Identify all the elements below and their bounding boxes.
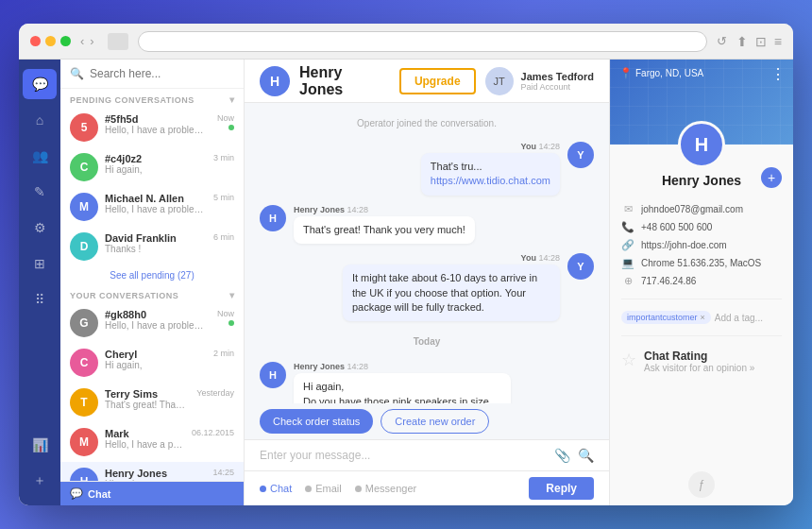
sidebar-icon-add[interactable]: ＋ bbox=[23, 466, 57, 496]
chat-tab-bottom[interactable]: 💬 Chat bbox=[60, 481, 244, 505]
conv-time: Now bbox=[217, 309, 234, 318]
conv-item-pending-1[interactable]: 5 #5fh5d Hello, I have a problem with my… bbox=[60, 108, 244, 147]
bookmark-icon[interactable]: ⊡ bbox=[755, 34, 767, 49]
search-input[interactable] bbox=[90, 67, 234, 80]
conv-item-pending-2[interactable]: C #c4j0z2 Hi again, 3 min bbox=[60, 147, 244, 187]
browser-bar: ‹ › ↺ ⬆ ⊡ ≡ bbox=[19, 24, 793, 60]
back-btn[interactable]: ‹ bbox=[80, 34, 84, 48]
conv-item-pending-3[interactable]: M Michael N. Allen Hello, I have a probl… bbox=[60, 187, 244, 227]
tab-email[interactable]: Email bbox=[305, 483, 342, 494]
home-icon: ⌂ bbox=[36, 112, 43, 128]
status-badge bbox=[228, 320, 234, 326]
see-all-pending[interactable]: See all pending (27) bbox=[60, 266, 244, 284]
message-meta: Henry Jones 14:28 bbox=[294, 362, 511, 371]
menu-icon[interactable]: ≡ bbox=[774, 34, 782, 49]
message-avatar: Y bbox=[567, 142, 594, 168]
conv-meta: 5 min bbox=[213, 193, 234, 202]
avatar: D bbox=[70, 232, 98, 261]
panel-menu-button[interactable]: ⋮ bbox=[770, 65, 786, 83]
sidebar-icon-home[interactable]: ⌂ bbox=[23, 105, 57, 135]
conv-time: 14:25 bbox=[212, 468, 234, 477]
dot-red[interactable] bbox=[30, 36, 41, 46]
search-in-chat-icon[interactable]: 🔍 bbox=[578, 448, 594, 463]
tag-close-icon[interactable]: × bbox=[701, 313, 705, 322]
dot-yellow[interactable] bbox=[45, 36, 56, 46]
ip-value: 717.46.24.86 bbox=[641, 276, 696, 286]
message-avatar: Y bbox=[567, 253, 594, 280]
contact-detail-browser: 💻 Chrome 51.636.235, MacOS bbox=[621, 257, 782, 269]
share-icon[interactable]: ⬆ bbox=[736, 34, 748, 49]
message-link[interactable]: https://www.tidio.chat.com bbox=[431, 175, 550, 186]
suggested-actions: Check order status Create new order bbox=[245, 403, 609, 439]
conv-item-your-3[interactable]: T Terry Sims That's great! Thank you ver… bbox=[60, 383, 244, 422]
conv-meta: Now bbox=[217, 309, 234, 326]
footer-icon[interactable]: ƒ bbox=[688, 471, 715, 498]
divider-1 bbox=[621, 299, 782, 299]
add-contact-button[interactable]: + bbox=[761, 167, 782, 188]
sidebar-icon-chart[interactable]: 📊 bbox=[23, 430, 57, 460]
conv-name: Terry Sims bbox=[105, 388, 190, 400]
avatar: 5 bbox=[70, 113, 98, 142]
location-text: Fargo, ND, USA bbox=[635, 68, 703, 78]
browser-tab[interactable] bbox=[108, 33, 128, 50]
sidebar-icon-settings[interactable]: ⚙ bbox=[23, 213, 57, 243]
sidebar-icon-sliders[interactable]: ⊞ bbox=[23, 248, 57, 279]
conv-time: 6 min bbox=[213, 232, 234, 242]
email-icon: ✉ bbox=[621, 203, 634, 215]
sidebar-icon-edit[interactable]: ✎ bbox=[23, 177, 57, 207]
edit-icon: ✎ bbox=[34, 184, 45, 199]
your-conversations-header: YOUR CONVERSATIONS ▾ bbox=[60, 284, 244, 303]
conv-item-your-4[interactable]: M Mark Hello, I have a problem with my w… bbox=[60, 422, 244, 462]
conv-info: Henry Jones Hi again, bbox=[105, 468, 206, 481]
browser-icon: 💻 bbox=[621, 257, 634, 269]
attachment-icon[interactable]: 📎 bbox=[554, 448, 570, 463]
chevron-down-icon[interactable]: ▾ bbox=[229, 290, 235, 300]
chat-tab-dot bbox=[260, 486, 266, 492]
message-bubble: That's great! Thank you very much! bbox=[294, 216, 475, 244]
contact-detail-website: 🔗 https://john-doe.com bbox=[621, 239, 782, 251]
tab-messenger[interactable]: Messenger bbox=[355, 483, 416, 494]
conv-item-your-2[interactable]: C Cheryl Hi again, 2 min bbox=[60, 343, 244, 383]
message-bubble: Hi again, Do you have those pink sneaker… bbox=[294, 373, 511, 403]
add-tag-button[interactable]: Add a tag... bbox=[715, 313, 763, 323]
conv-item-pending-4[interactable]: D David Franklin Thanks ! 6 min bbox=[60, 227, 244, 266]
dot-green[interactable] bbox=[60, 36, 71, 46]
conv-item-your-5[interactable]: H Henry Jones Hi again, 14:25 bbox=[60, 462, 244, 481]
chat-tab-icon: 💬 bbox=[70, 487, 83, 500]
tab-email-label: Email bbox=[315, 483, 342, 494]
browser-dots bbox=[30, 36, 71, 46]
check-order-button[interactable]: Check order status bbox=[260, 409, 373, 434]
message-sender: You bbox=[521, 142, 536, 151]
reply-button[interactable]: Reply bbox=[529, 477, 594, 500]
sidebar-icon-users[interactable]: 👥 bbox=[23, 141, 57, 171]
create-order-button[interactable]: Create new order bbox=[381, 409, 489, 434]
conv-info: Cheryl Hi again, bbox=[105, 349, 207, 370]
chat-tab-label: Chat bbox=[88, 488, 110, 500]
conv-preview: That's great! Thank you very much! bbox=[105, 400, 190, 410]
message-content: You 14:28 That's tru... https://www.tidi… bbox=[421, 142, 560, 196]
message-input[interactable] bbox=[260, 449, 547, 462]
upgrade-button[interactable]: Upgrade bbox=[399, 68, 476, 94]
chevron-down-icon[interactable]: ▾ bbox=[229, 94, 235, 105]
star-icon[interactable]: ☆ bbox=[621, 350, 636, 370]
contact-avatar-header: H bbox=[260, 66, 290, 96]
messenger-tab-dot bbox=[355, 486, 362, 492]
conv-item-your-1[interactable]: G #gk88h0 Hello, I have a problem with m… bbox=[60, 303, 244, 343]
refresh-btn[interactable]: ↺ bbox=[717, 34, 727, 48]
contact-detail-ip: ⊕ 717.46.24.86 bbox=[621, 275, 782, 287]
sidebar-icon-chat[interactable]: 💬 bbox=[23, 69, 57, 99]
pending-section-header: PENDING CONVERSATIONS ▾ bbox=[60, 89, 244, 108]
conv-name: Cheryl bbox=[105, 349, 207, 360]
add-icon: ＋ bbox=[33, 472, 46, 489]
tag-importantcustomer: importantcustomer × bbox=[621, 311, 711, 324]
avatar: M bbox=[70, 428, 98, 456]
divider-2 bbox=[621, 335, 782, 336]
avatar: C bbox=[70, 349, 98, 377]
pending-label: PENDING CONVERSATIONS bbox=[70, 95, 195, 105]
conv-info: #5fh5d Hello, I have a problem with my w… bbox=[105, 113, 211, 135]
phone-icon: 📞 bbox=[621, 221, 634, 233]
forward-btn[interactable]: › bbox=[90, 34, 93, 48]
message-sender: Henry Jones bbox=[294, 362, 345, 371]
sidebar-icon-grid[interactable]: ⠿ bbox=[23, 284, 57, 315]
tab-chat[interactable]: Chat bbox=[260, 483, 292, 494]
